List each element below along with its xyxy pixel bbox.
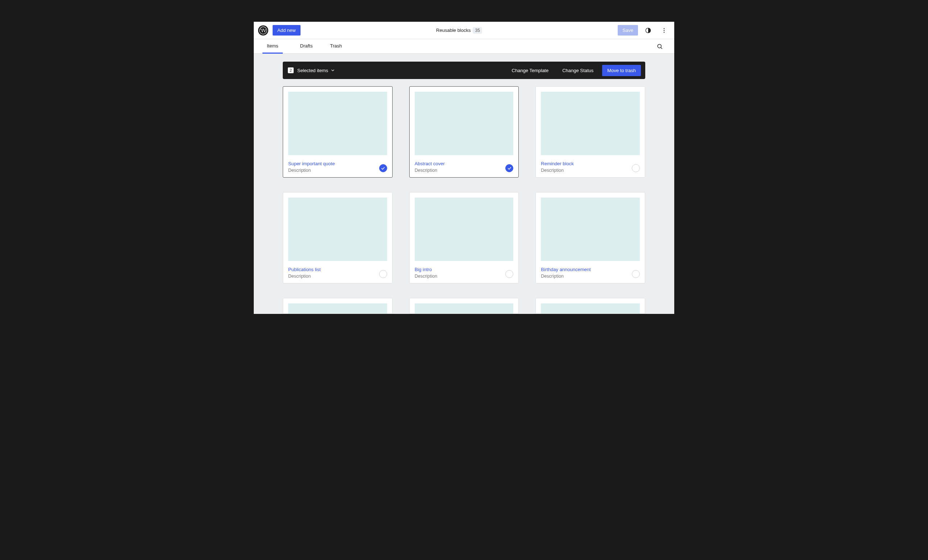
wordpress-logo-icon[interactable] (258, 25, 268, 35)
card-title[interactable]: Reminder block (541, 161, 640, 166)
card-thumbnail (288, 92, 387, 155)
card-thumbnail (541, 304, 640, 314)
card-description: Description (541, 168, 640, 173)
cards-grid: Super important quoteDescriptionAbstract… (283, 86, 645, 284)
block-card[interactable] (283, 298, 392, 314)
card-description: Description (288, 168, 387, 173)
svg-point-4 (664, 32, 665, 33)
card-title[interactable]: Publications list (288, 267, 387, 272)
search-icon[interactable] (654, 41, 665, 52)
card-title[interactable]: Abstract cover (415, 161, 514, 166)
card-thumbnail (415, 304, 514, 314)
card-thumbnail (288, 198, 387, 261)
card-thumbnail (415, 92, 514, 155)
card-thumbnail (288, 304, 387, 314)
tab-trash[interactable]: Trash (321, 39, 351, 53)
card-title[interactable]: Super important quote (288, 161, 387, 166)
content-area: 2 Selected items Change Template Change … (254, 53, 674, 314)
block-card[interactable]: Super important quoteDescription (283, 86, 392, 178)
svg-point-0 (259, 26, 267, 34)
card-thumbnail (541, 198, 640, 261)
block-card[interactable]: Birthday announcementDescription (536, 192, 645, 284)
block-card[interactable]: Abstract coverDescription (409, 86, 519, 178)
card-description: Description (415, 274, 514, 279)
cards-grid-partial (283, 298, 645, 314)
chevron-down-icon (330, 68, 335, 73)
card-description: Description (415, 168, 514, 173)
page-title: Reusable blocks 35 (305, 27, 614, 34)
card-select-toggle[interactable] (632, 270, 640, 278)
card-select-toggle[interactable] (379, 164, 387, 172)
add-new-button[interactable]: Add new (273, 25, 301, 35)
card-select-toggle[interactable] (379, 270, 387, 278)
selection-count-badge: 2 (288, 67, 294, 73)
tab-drafts[interactable]: Drafts (292, 39, 322, 53)
card-title[interactable]: Big intro (415, 267, 514, 272)
card-description: Description (541, 274, 640, 279)
tabbar: ItemsDraftsTrash (254, 39, 674, 53)
more-menu-icon[interactable] (658, 24, 670, 36)
block-card[interactable] (536, 298, 645, 314)
block-card[interactable]: Publications listDescription (283, 192, 392, 284)
bulk-selection-bar: 2 Selected items Change Template Change … (283, 62, 645, 79)
svg-point-2 (664, 28, 665, 29)
block-card[interactable]: Big introDescription (409, 192, 519, 284)
move-to-trash-button[interactable]: Move to trash (602, 65, 641, 76)
card-thumbnail (541, 92, 640, 155)
change-status-button[interactable]: Change Status (557, 65, 598, 76)
card-title[interactable]: Birthday announcement (541, 267, 640, 272)
topbar: Add new Reusable blocks 35 Save (254, 22, 674, 39)
svg-point-3 (664, 30, 665, 31)
app-window: Add new Reusable blocks 35 Save ItemsDra… (254, 22, 674, 314)
contrast-icon[interactable] (643, 24, 654, 36)
block-card[interactable]: Reminder blockDescription (536, 86, 645, 178)
svg-point-5 (658, 44, 661, 48)
change-template-button[interactable]: Change Template (507, 65, 554, 76)
selection-label[interactable]: Selected items (297, 68, 335, 73)
card-description: Description (288, 274, 387, 279)
page-title-text: Reusable blocks (436, 27, 470, 33)
card-select-toggle[interactable] (632, 164, 640, 172)
tab-items[interactable]: Items (263, 39, 283, 53)
item-count-badge: 35 (473, 27, 482, 34)
card-thumbnail (415, 198, 514, 261)
block-card[interactable] (409, 298, 519, 314)
save-button[interactable]: Save (618, 25, 638, 35)
tabs: ItemsDraftsTrash (263, 39, 351, 53)
